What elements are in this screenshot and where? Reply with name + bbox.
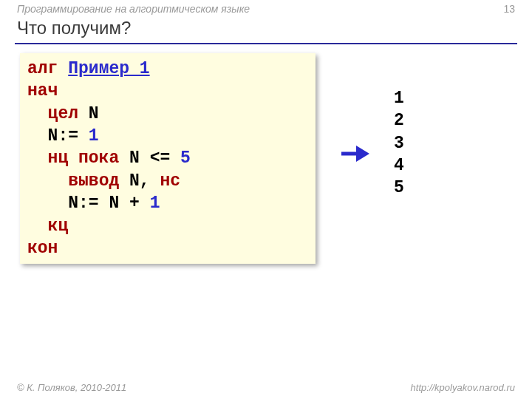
kw-end: кон — [27, 239, 58, 258]
slide-title: Что получим? — [17, 18, 131, 38]
kw-print: вывод — [68, 171, 119, 191]
output-item: 5 — [394, 177, 404, 199]
output-list: 1 2 3 4 5 — [394, 87, 404, 200]
footer-copyright: © К. Поляков, 2010-2011 — [17, 382, 126, 393]
code-block: алг Пример 1 нач цел N N:= 1 нц пока N <… — [20, 53, 316, 264]
header-subtitle: Программирование на алгоритмическом язык… — [17, 3, 250, 15]
page-number: 13 — [503, 3, 515, 15]
output-item: 1 — [394, 87, 404, 109]
kw-begin: нач — [27, 81, 58, 100]
footer-url: http://kpolyakov.narod.ru — [411, 382, 515, 393]
arrow-icon — [340, 143, 369, 168]
kw-alg: алг — [27, 59, 68, 78]
title-rule — [15, 43, 517, 44]
svg-marker-1 — [356, 146, 369, 162]
output-item: 4 — [394, 154, 404, 177]
kw-int: цел — [48, 104, 78, 123]
kw-while: нц пока — [48, 149, 120, 168]
output-item: 2 — [394, 109, 404, 132]
algo-name: Пример 1 — [68, 59, 149, 78]
output-item: 3 — [394, 132, 404, 154]
kw-endloop: кц — [48, 216, 69, 236]
